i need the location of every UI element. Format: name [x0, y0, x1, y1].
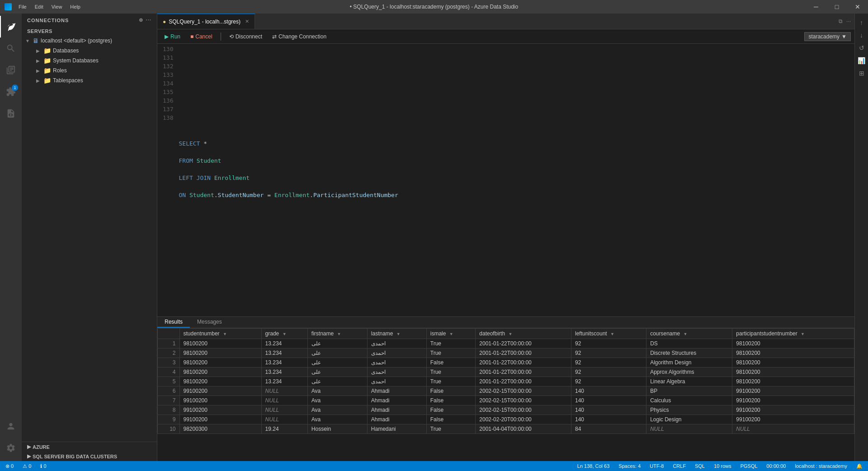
extensions-activity-icon[interactable]: 1: [0, 81, 22, 103]
servers-label: SERVERS: [22, 27, 157, 36]
cell-studentnumber: 99100200: [179, 396, 261, 405]
cell-coursename: Discrete Structures: [646, 349, 732, 358]
cell-leftunitscount: 140: [571, 386, 646, 396]
cell-leftunitscount: 92: [571, 358, 646, 367]
indent-type[interactable]: Spaces: 4: [617, 463, 642, 469]
cell-firstname: علی: [307, 349, 367, 358]
cell-lastname: Ahmadi: [367, 405, 426, 415]
col-lastname[interactable]: lastname ▼: [367, 329, 426, 339]
col-leftunitscount[interactable]: leftunitscount ▼: [571, 329, 646, 339]
git-activity-icon[interactable]: [0, 103, 22, 124]
row-count[interactable]: 10 rows: [712, 463, 733, 469]
account-activity-icon[interactable]: [0, 415, 22, 437]
notification-bell-icon[interactable]: 🔔: [854, 463, 864, 469]
cell-ismale: True: [426, 377, 476, 386]
cell-leftunitscount: 84: [571, 424, 646, 434]
settings-activity-icon[interactable]: [0, 437, 22, 459]
code-editor[interactable]: SELECT * FROM Student LEFT JOIN Enrollme…: [179, 44, 854, 316]
run-button[interactable]: ▶ Run: [161, 33, 184, 41]
refresh-icon[interactable]: ↺: [856, 42, 867, 53]
view-menu[interactable]: View: [49, 3, 65, 10]
more-options-icon[interactable]: ···: [146, 17, 151, 23]
cell-coursename: BP: [646, 386, 732, 396]
connections-activity-icon[interactable]: [0, 16, 22, 38]
col-participantstudentnumber[interactable]: participantstudentnumber ▼: [732, 329, 854, 339]
query-time[interactable]: 00:00:00: [765, 463, 788, 469]
maximize-button[interactable]: □: [826, 0, 847, 14]
new-connection-icon[interactable]: ⊕: [139, 17, 143, 23]
system-databases-tree-item[interactable]: ▶ 📁 System Databases: [22, 56, 157, 66]
search-activity-icon[interactable]: [0, 38, 22, 59]
server-item[interactable]: ▼ 🖥 localhost <default> (postgres): [22, 36, 157, 46]
server-icon: 🖥: [33, 37, 39, 44]
row-number: 8: [158, 405, 180, 415]
error-count[interactable]: ⊗ 0: [4, 463, 15, 469]
roles-tree-item[interactable]: ▶ 📁 Roles: [22, 66, 157, 75]
server-label: localhost <default> (postgres): [41, 38, 112, 44]
close-button[interactable]: ✕: [847, 0, 868, 14]
col-firstname[interactable]: firstname ▼: [307, 329, 367, 339]
export-icon[interactable]: ↑: [856, 17, 867, 28]
table-row: 699100200NULLAvaAhmadiFalse2002-02-15T00…: [158, 386, 854, 396]
split-editor-icon[interactable]: ⧉: [839, 18, 843, 24]
cell-grade: 13.234: [261, 367, 307, 377]
chart-icon[interactable]: 📊: [856, 55, 867, 66]
roles-folder-icon: 📁: [43, 67, 51, 74]
line-ending[interactable]: CRLF: [671, 463, 688, 469]
server-connection[interactable]: localhost : staracademy: [793, 463, 849, 469]
connection-dropdown[interactable]: staracademy ▼: [804, 32, 851, 41]
messages-tab[interactable]: Messages: [190, 317, 229, 328]
expand-icon[interactable]: ⊞: [856, 68, 867, 79]
more-tabs-icon[interactable]: ···: [846, 18, 851, 24]
azure-label: AZURE: [33, 444, 50, 450]
run-icon: ▶: [165, 33, 169, 40]
cell-lastname: Ahmadi: [367, 386, 426, 396]
sql-query-tab[interactable]: ● SQLQuery_1 - localh...stgres) ✕: [157, 14, 255, 29]
cursor-position[interactable]: Ln 138, Col 63: [576, 463, 612, 469]
help-menu[interactable]: Help: [68, 3, 83, 10]
cell-ismale: False: [426, 386, 476, 396]
col-grade[interactable]: grade ▼: [261, 329, 307, 339]
menu-bar: File Edit View Help: [16, 3, 83, 10]
cell-grade: NULL: [261, 386, 307, 396]
sql-big-data-section[interactable]: ▶ SQL SERVER BIG DATA CLUSTERS: [22, 452, 157, 461]
server-chevron: ▼: [25, 38, 33, 43]
language-mode[interactable]: SQL: [693, 463, 707, 469]
col-studentnumber[interactable]: studentnumber ▼: [179, 329, 261, 339]
tab-dot: ●: [163, 19, 166, 25]
notebook-activity-icon[interactable]: [0, 59, 22, 81]
minimize-button[interactable]: ─: [806, 0, 826, 14]
table-row: 899100200NULLAvaAhmadiFalse2002-02-15T00…: [158, 405, 854, 415]
table-row: 39810020013.234علیاحمدیFalse2001-01-22T0…: [158, 358, 854, 367]
col-coursename[interactable]: coursename ▼: [646, 329, 732, 339]
cell-dateofbirth: 2001-01-22T00:00:00: [476, 349, 571, 358]
table-row: 29810020013.234علیاحمدیTrue2001-01-22T00…: [158, 349, 854, 358]
change-connection-button[interactable]: ⇄ Change Connection: [269, 33, 330, 41]
cell-leftunitscount: 92: [571, 339, 646, 349]
disconnect-button[interactable]: ⟲ Disconnect: [226, 33, 266, 41]
connection-selector-area: staracademy ▼: [804, 32, 851, 41]
file-menu[interactable]: File: [16, 3, 29, 10]
encoding[interactable]: UTF-8: [648, 463, 665, 469]
cell-coursename: DS: [646, 339, 732, 349]
cancel-button[interactable]: ■ Cancel: [187, 33, 216, 41]
info-count[interactable]: ℹ 0: [38, 463, 48, 469]
roles-chevron: ▶: [36, 68, 43, 73]
cell-coursename: NULL: [646, 424, 732, 434]
col-ismale[interactable]: ismale ▼: [426, 329, 476, 339]
azure-section[interactable]: ▶ AZURE: [22, 442, 157, 452]
import-icon[interactable]: ↓: [856, 30, 867, 41]
databases-tree-item[interactable]: ▶ 📁 Databases: [22, 46, 157, 56]
tablespaces-tree-item[interactable]: ▶ 📁 Tablespaces: [22, 75, 157, 85]
results-table-container[interactable]: studentnumber ▼ grade ▼ firstname ▼ last…: [157, 328, 854, 461]
col-dateofbirth[interactable]: dateofbirth ▼: [476, 329, 571, 339]
db-type[interactable]: PGSQL: [739, 463, 760, 469]
edit-menu[interactable]: Edit: [33, 3, 46, 10]
tab-close-icon[interactable]: ✕: [245, 19, 249, 24]
warning-count[interactable]: ⚠ 0: [21, 463, 33, 469]
results-tab[interactable]: Results: [157, 317, 190, 328]
cell-firstname: Ava: [307, 405, 367, 415]
cell-dateofbirth: 2002-02-15T00:00:00: [476, 396, 571, 405]
code-area[interactable]: 130 131 132 133 134 135 136 137 138 SELE…: [157, 44, 854, 316]
cell-firstname: Hossein: [307, 424, 367, 434]
